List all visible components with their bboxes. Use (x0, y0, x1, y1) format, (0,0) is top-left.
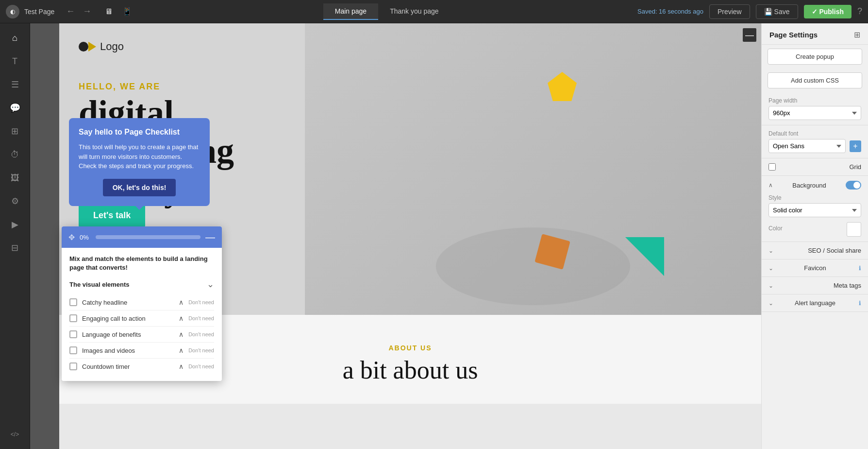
favicon-section: ⌄ Favicon ℹ (762, 259, 868, 277)
sidebar-icon-code[interactable]: </> (4, 424, 26, 445)
default-font-dropdown[interactable]: Open Sans (768, 139, 846, 153)
svg-point-1 (79, 42, 88, 52)
checklist-checkbox-language-benefits[interactable] (69, 330, 77, 338)
checklist-drag-handle[interactable]: ✥ (68, 233, 75, 242)
chevron-right-alert: ⌄ (768, 300, 773, 307)
style-subsection: Style Solid color (768, 194, 861, 217)
checklist-action-benefits[interactable]: Don't need (188, 331, 214, 337)
topbar-right: Saved: 16 seconds ago Preview 💾 Save ✓ P… (637, 4, 862, 19)
sidebar-icon-apps[interactable]: ⚙ (4, 190, 26, 212)
collapse-canvas-button[interactable]: — (743, 28, 756, 42)
hero-subtitle: HELLO, WE ARE (79, 82, 160, 92)
publish-button[interactable]: ✓ Publish (804, 5, 851, 18)
page-width-section: Page width 960px (762, 92, 868, 125)
chevron-up-icon-images[interactable]: ∧ (179, 346, 184, 354)
add-custom-css-button[interactable]: Add custom CSS (768, 72, 862, 88)
help-button[interactable]: ? (857, 6, 862, 17)
chevron-up-icon-cta[interactable]: ∧ (179, 314, 184, 322)
color-row: Color (768, 222, 861, 237)
right-panel: Page Settings ⊞ Create popup Add custom … (761, 23, 868, 449)
checklist-section-title: The visual elements (69, 281, 130, 288)
checklist-action-countdown[interactable]: Don't need (188, 363, 214, 369)
checklist-item-catchy-headline: Catchy headline ∧ Don't need (69, 294, 214, 311)
sidebar-icon-video[interactable]: ▶ (4, 214, 26, 235)
main-area: ⌂ T ☰ 💬 ⊞ ⏱ 🖼 ⚙ ▶ ⊟ </> (0, 23, 868, 449)
chevron-up-background: ∧ (768, 182, 773, 189)
checklist-panel: ✥ 0% — Mix and match the elements to bui… (62, 226, 222, 381)
sidebar-icon-widgets[interactable]: ⊞ (4, 121, 26, 142)
right-panel-title: Page Settings (769, 31, 818, 39)
alert-language-info-icon: ℹ (859, 300, 861, 307)
checklist-action-cta[interactable]: Don't need (188, 315, 214, 321)
tab-thank-you-page[interactable]: Thank you page (378, 3, 450, 20)
tooltip-ok-button[interactable]: OK, let's do this! (103, 179, 176, 196)
sidebar-icon-layers[interactable]: ☰ (4, 74, 26, 95)
alert-language-label: Alert language (795, 299, 835, 307)
chevron-up-icon-catchy[interactable]: ∧ (179, 298, 184, 306)
right-panel-header: Page Settings ⊞ (762, 23, 868, 45)
checklist-checkbox-images-videos[interactable] (69, 346, 77, 354)
view-controls: 🖥 📱 (101, 5, 136, 18)
chevron-right-seo: ⌄ (768, 247, 773, 254)
default-font-label: Default font (768, 130, 861, 137)
checklist-item-engaging-cta: Engaging call to action ∧ Don't need (69, 311, 214, 327)
sidebar-icon-comments[interactable]: 💬 (4, 97, 26, 119)
alert-language-collapsible-header[interactable]: ⌄ Alert language ℹ (768, 299, 861, 307)
sidebar-icon-home[interactable]: ⌂ (4, 27, 26, 49)
grid-checkbox[interactable] (768, 163, 776, 171)
hero-logo-text: Logo (100, 40, 124, 53)
checklist-checkbox-engaging-cta[interactable] (69, 314, 77, 322)
grid-label: Grid (849, 163, 861, 171)
checklist-action-catchy[interactable]: Don't need (188, 299, 214, 305)
checklist-item-images-videos: Images and videos ∧ Don't need (69, 343, 214, 359)
background-collapsible-header[interactable]: ∧ Background (768, 181, 861, 190)
svg-marker-2 (88, 42, 96, 52)
sidebar-icon-layout[interactable]: ⊟ (4, 237, 26, 259)
chevron-up-icon-benefits[interactable]: ∧ (179, 330, 184, 338)
sidebar-icon-timer[interactable]: ⏱ (4, 144, 26, 165)
seo-label: SEO / Social share (808, 247, 861, 254)
checklist-item-countdown: Countdown timer ∧ Don't need (69, 359, 214, 374)
desktop-view-button[interactable]: 🖥 (101, 5, 117, 18)
tablet-view-button[interactable]: 📱 (118, 5, 136, 18)
page-width-dropdown[interactable]: 960px (768, 106, 861, 120)
chevron-up-icon-countdown[interactable]: ∧ (179, 363, 184, 370)
checklist-checkbox-countdown[interactable] (69, 363, 77, 370)
checklist-progress-wrap (96, 235, 200, 239)
chevron-right-meta: ⌄ (768, 282, 773, 289)
logo-icon: ◐ (10, 8, 15, 15)
canvas-area: Logo HELLO, WE ARE digital marketing age… (30, 23, 761, 449)
hero-logo-svg (79, 38, 96, 55)
grid-row: Grid (762, 158, 868, 176)
checklist-section-toggle[interactable]: ⌄ (207, 279, 214, 290)
checklist-item-label-catchy-headline: Catchy headline (82, 299, 174, 306)
grid-view-icon[interactable]: ⊞ (854, 30, 860, 39)
checklist-intro: Mix and match the elements to build a la… (69, 255, 214, 272)
checklist-minimize-button[interactable]: — (205, 232, 215, 242)
add-font-button[interactable]: + (850, 140, 861, 152)
tab-main-page[interactable]: Main page (323, 3, 378, 20)
checklist-item-label-language-benefits: Language of benefits (82, 331, 174, 338)
undo-button[interactable]: ← (63, 5, 78, 17)
color-swatch[interactable] (847, 222, 861, 237)
sidebar-icon-text[interactable]: T (4, 51, 26, 72)
sidebar-icon-image[interactable]: 🖼 (4, 167, 26, 189)
svg-point-0 (436, 227, 630, 305)
style-dropdown[interactable]: Solid color (768, 203, 861, 217)
checklist-item-label-countdown: Countdown timer (82, 363, 174, 370)
checklist-checkbox-catchy-headline[interactable] (69, 298, 77, 306)
meta-tags-collapsible-header[interactable]: ⌄ Meta tags (768, 282, 861, 289)
seo-collapsible-header[interactable]: ⌄ SEO / Social share (768, 247, 861, 254)
topbar: ◐ Test Page ← → 🖥 📱 Main page Thank you … (0, 0, 868, 23)
preview-button[interactable]: Preview (709, 4, 750, 19)
save-button[interactable]: 💾 Save (756, 4, 798, 19)
redo-button[interactable]: → (80, 5, 94, 17)
background-toggle[interactable] (846, 181, 861, 190)
favicon-info-icon: ℹ (859, 265, 861, 272)
checklist-action-images[interactable]: Don't need (188, 347, 214, 353)
tooltip-popup: Say hello to Page Checklist This tool wi… (69, 118, 210, 206)
page-tabs: Main page Thank you page (141, 3, 633, 20)
favicon-collapsible-header[interactable]: ⌄ Favicon ℹ (768, 264, 861, 272)
create-popup-button[interactable]: Create popup (768, 49, 862, 65)
color-label: Color (768, 225, 783, 232)
